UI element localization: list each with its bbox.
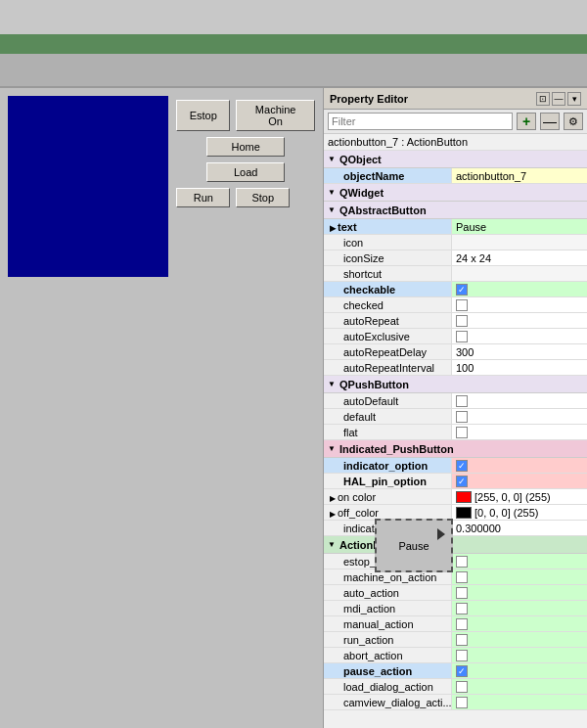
prop-iconsize-val[interactable]: 24 x 24	[451, 250, 587, 265]
prop-checkable-row[interactable]: checkable	[324, 282, 587, 297]
prop-mdi-action-key: mdi_action	[324, 603, 451, 614]
prop-indicator-size-val[interactable]: 0.300000	[451, 521, 587, 535]
load-button[interactable]: Load	[206, 162, 285, 182]
prop-machine-on-action-row[interactable]: machine_on_action	[324, 569, 587, 585]
prop-autorepeat-checkbox[interactable]	[456, 315, 468, 327]
section-qabstractbutton-label: QAbstractButton	[339, 205, 587, 216]
prop-hal-pin-val[interactable]	[451, 474, 587, 488]
prop-autorepeatinterval-val[interactable]: 100	[451, 360, 587, 375]
prop-default-checkbox[interactable]	[456, 411, 468, 423]
prop-autorepeatdelay-val[interactable]: 300	[451, 344, 587, 359]
prop-autodefault-val[interactable]	[451, 393, 587, 408]
prop-manual-action-checkbox[interactable]	[456, 618, 468, 630]
panel-float-btn[interactable]: ⊡	[536, 92, 550, 106]
prop-camview-dialog-action-checkbox[interactable]	[456, 697, 468, 708]
prop-shortcut-val[interactable]	[451, 266, 587, 281]
prop-indicator-option-row[interactable]: indicator_option	[324, 458, 587, 474]
prop-estop-action-checkbox[interactable]	[456, 556, 468, 568]
filter-add-button[interactable]: +	[517, 113, 536, 130]
prop-pause-action-val[interactable]	[451, 663, 587, 678]
estop-button[interactable]: Estop	[176, 100, 230, 131]
prop-flat-val[interactable]	[451, 425, 587, 439]
prop-shortcut-row[interactable]: shortcut	[324, 266, 587, 282]
prop-run-action-checkbox[interactable]	[456, 634, 468, 646]
prop-machine-on-action-val[interactable]	[451, 569, 587, 584]
prop-load-dialog-action-row[interactable]: load_dialog_action	[324, 679, 587, 695]
prop-on-color-row[interactable]: ▶on color [255, 0, 0] (255)	[324, 489, 587, 505]
prop-estop-action-val[interactable]	[451, 554, 587, 569]
prop-run-action-val[interactable]	[451, 632, 587, 647]
prop-autorepeat-val[interactable]	[451, 313, 587, 328]
run-button[interactable]: Run	[176, 188, 230, 207]
prop-autoexclusive-checkbox[interactable]	[456, 331, 468, 342]
prop-autorepeatinterval-row[interactable]: autoRepeatInterval 100	[324, 360, 587, 376]
prop-autoexclusive-val[interactable]	[451, 329, 587, 343]
filter-gear-button[interactable]: ⚙	[564, 113, 583, 130]
prop-load-dialog-action-checkbox[interactable]	[456, 681, 468, 693]
prop-mdi-action-checkbox[interactable]	[456, 603, 468, 614]
prop-icon-row[interactable]: icon	[324, 235, 587, 250]
prop-hal-pin-row[interactable]: HAL_pin_option	[324, 474, 587, 489]
prop-objectname-row[interactable]: objectName actionbutton_7	[324, 168, 587, 184]
prop-run-action-row[interactable]: run_action	[324, 632, 587, 648]
prop-camview-dialog-action-val[interactable]	[451, 695, 587, 709]
prop-autorepeatdelay-row[interactable]: autoRepeatDelay 300	[324, 344, 587, 360]
prop-abort-action-val[interactable]	[451, 648, 587, 662]
prop-auto-action-row[interactable]: auto_action	[324, 585, 587, 601]
prop-off-color-row[interactable]: ▶off_color [0, 0, 0] (255)	[324, 505, 587, 521]
prop-hal-pin-checkbox[interactable]	[456, 476, 468, 487]
prop-pause-action-row[interactable]: pause_action	[324, 663, 587, 679]
section-qobject[interactable]: ▼ QObject	[324, 151, 587, 168]
prop-autodefault-row[interactable]: autoDefault	[324, 393, 587, 409]
prop-auto-action-checkbox[interactable]	[456, 587, 468, 599]
prop-checkable-val[interactable]	[451, 282, 587, 296]
prop-indicator-option-checkbox[interactable]	[456, 460, 468, 472]
prop-flat-checkbox[interactable]	[456, 427, 468, 438]
prop-camview-dialog-action-row[interactable]: camview_dialog_acti...	[324, 695, 587, 710]
prop-load-dialog-action-val[interactable]	[451, 679, 587, 694]
prop-text-val[interactable]: Pause	[451, 219, 587, 234]
machine-on-button[interactable]: Machine On	[236, 100, 315, 131]
prop-abort-action-checkbox[interactable]	[456, 650, 468, 661]
panel-menu-btn[interactable]: ▾	[567, 92, 581, 106]
prop-checked-row[interactable]: checked	[324, 297, 587, 313]
prop-estop-action-row[interactable]: estop_action	[324, 554, 587, 569]
prop-mdi-action-row[interactable]: mdi_action	[324, 601, 587, 616]
section-qwidget[interactable]: ▼ QWidget	[324, 184, 587, 202]
prop-mdi-action-val[interactable]	[451, 601, 587, 615]
prop-off-color-val[interactable]: [0, 0, 0] (255)	[451, 505, 587, 520]
prop-abort-action-row[interactable]: abort_action	[324, 648, 587, 663]
section-qabstractbutton[interactable]: ▼ QAbstractButton	[324, 202, 587, 219]
filter-minus-button[interactable]: —	[540, 113, 560, 130]
prop-on-color-swatch	[456, 491, 472, 503]
prop-iconsize-row[interactable]: iconSize 24 x 24	[324, 250, 587, 266]
prop-icon-val[interactable]	[451, 235, 587, 250]
prop-checkable-checkbox[interactable]	[456, 284, 468, 296]
prop-flat-row[interactable]: flat	[324, 425, 587, 440]
prop-machine-on-action-checkbox[interactable]	[456, 571, 468, 583]
prop-manual-action-row[interactable]: manual_action	[324, 616, 587, 632]
prop-checked-checkbox[interactable]	[456, 299, 468, 311]
prop-on-color-val[interactable]: [255, 0, 0] (255)	[451, 489, 587, 504]
prop-manual-action-val[interactable]	[451, 616, 587, 631]
panel-minus-btn[interactable]: —	[552, 92, 565, 106]
filter-input[interactable]	[328, 113, 513, 130]
section-indicated-pushbutton[interactable]: ▼ Indicated_PushButton	[324, 440, 587, 458]
prop-text-row[interactable]: ▶text Pause	[324, 219, 587, 235]
prop-checked-val[interactable]	[451, 297, 587, 312]
prop-indicator-option-val[interactable]	[451, 458, 587, 473]
prop-autoexclusive-row[interactable]: autoExclusive	[324, 329, 587, 344]
prop-objectname-val[interactable]: actionbutton_7	[451, 168, 587, 183]
prop-default-val[interactable]	[451, 409, 587, 424]
prop-indicator-size-row[interactable]: indicator_size 0.300000	[324, 521, 587, 536]
prop-pause-action-checkbox[interactable]	[456, 665, 468, 677]
pause-widget[interactable]: Pause	[375, 519, 453, 572]
prop-autodefault-checkbox[interactable]	[456, 395, 468, 407]
prop-default-row[interactable]: default	[324, 409, 587, 425]
stop-button[interactable]: Stop	[236, 188, 290, 207]
prop-auto-action-val[interactable]	[451, 585, 587, 600]
home-button[interactable]: Home	[206, 137, 285, 157]
section-qpushbutton[interactable]: ▼ QPushButton	[324, 376, 587, 393]
section-actionbutton[interactable]: ▼ ActionButton	[324, 536, 587, 554]
prop-autorepeat-row[interactable]: autoRepeat	[324, 313, 587, 329]
